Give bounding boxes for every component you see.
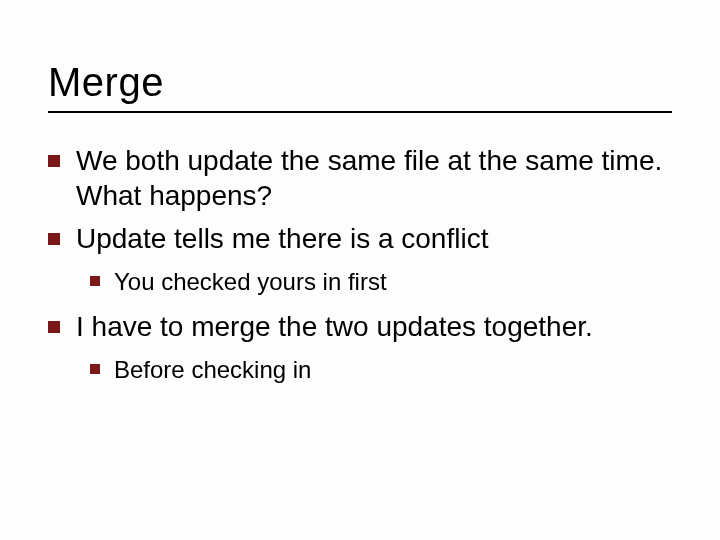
slide-title: Merge [48, 60, 672, 105]
sub-bullet-list: You checked yours in first [90, 266, 672, 297]
list-item: We both update the same file at the same… [48, 143, 672, 213]
list-item-text: I have to merge the two updates together… [76, 311, 593, 342]
list-item: I have to merge the two updates together… [48, 309, 672, 385]
list-item: Before checking in [90, 354, 672, 385]
list-item: Update tells me there is a conflict You … [48, 221, 672, 297]
list-item-text: Before checking in [114, 356, 311, 383]
list-item-text: You checked yours in first [114, 268, 387, 295]
bullet-list: We both update the same file at the same… [48, 143, 672, 385]
list-item-text: Update tells me there is a conflict [76, 223, 488, 254]
slide: Merge We both update the same file at th… [0, 0, 720, 540]
square-bullet-icon [48, 321, 60, 333]
title-underline [48, 111, 672, 113]
sub-bullet-list: Before checking in [90, 354, 672, 385]
square-bullet-icon [48, 155, 60, 167]
square-bullet-icon [90, 364, 100, 374]
square-bullet-icon [48, 233, 60, 245]
square-bullet-icon [90, 276, 100, 286]
list-item-text: We both update the same file at the same… [76, 145, 662, 211]
list-item: You checked yours in first [90, 266, 672, 297]
